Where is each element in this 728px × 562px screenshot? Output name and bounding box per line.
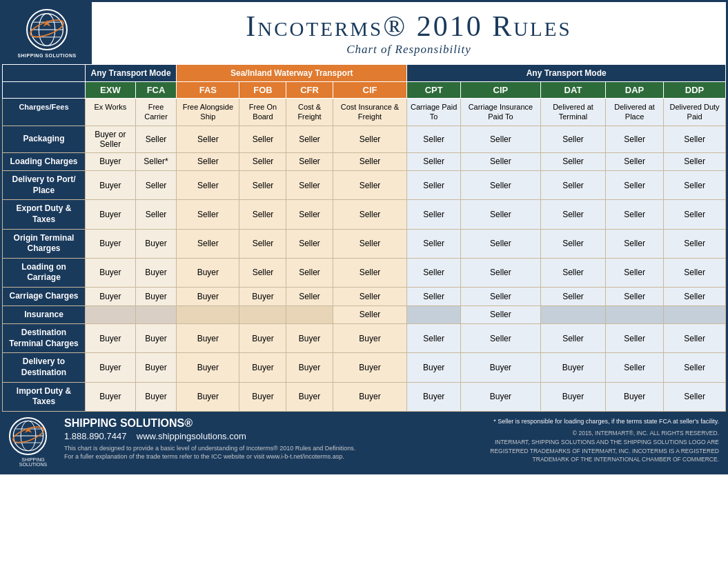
cell-EXW: Buyer: [86, 382, 136, 411]
cell-FAS: Seller: [177, 229, 239, 258]
table-row: Origin Terminal ChargesBuyerBuyerSellerS…: [3, 229, 726, 258]
desc-DDP: Delivered Duty Paid: [664, 99, 726, 126]
logo-circle: [26, 9, 68, 50]
cell-CPT: Seller: [407, 324, 461, 353]
cell-DAT: Buyer: [540, 353, 605, 382]
sub-title: Chart of Responsibility: [346, 43, 471, 57]
group-any1-label-empty: [3, 65, 86, 82]
cell-DDP: Seller: [664, 126, 726, 152]
cell-DAT: Seller: [540, 258, 605, 287]
cell-FOB: Seller: [239, 229, 286, 258]
row-label: Import Duty & Taxes: [3, 382, 86, 411]
footer-right: * Seller is responsible for loading char…: [395, 417, 720, 465]
cell-EXW: Buyer or Seller: [86, 126, 136, 152]
incoterms-table: Any Transport Mode Sea/Inland Waterway T…: [2, 64, 726, 412]
footer-website: www.shippingsolutions.com: [137, 431, 246, 441]
cell-FOB: [239, 305, 286, 324]
cell-CIP: Seller: [460, 305, 540, 324]
cell-CPT: Seller: [407, 258, 461, 287]
cell-DAT: [540, 305, 605, 324]
row-label: Export Duty & Taxes: [3, 200, 86, 229]
group-header-row: Any Transport Mode Sea/Inland Waterway T…: [3, 65, 726, 82]
cell-EXW: [86, 305, 136, 324]
cell-FOB: Buyer: [239, 353, 286, 382]
cell-FCA: Seller*: [135, 152, 177, 171]
header: SHIPPING SOLUTIONS Incoterms® 2010 Rules…: [2, 2, 726, 64]
cell-DDP: Seller: [664, 382, 726, 411]
cell-CFR: Seller: [286, 126, 333, 152]
desc-CIP: Carriage Insurance Paid To: [460, 99, 540, 126]
cell-FAS: [177, 305, 239, 324]
cell-DAP: [606, 305, 664, 324]
cell-CIF: Seller: [333, 200, 407, 229]
cell-EXW: Buyer: [86, 229, 136, 258]
row-label: Carriage Charges: [3, 287, 86, 305]
table-wrapper: Any Transport Mode Sea/Inland Waterway T…: [2, 64, 726, 412]
cell-FCA: Seller: [135, 171, 177, 200]
cell-CIP: Seller: [460, 324, 540, 353]
desc-DAT: Delivered at Terminal: [540, 99, 605, 126]
desc-CPT: Carriage Paid To: [407, 99, 461, 126]
cell-FCA: Buyer: [135, 324, 177, 353]
cell-DAP: Seller: [606, 353, 664, 382]
table-row: Carriage ChargesBuyerBuyerBuyerBuyerSell…: [3, 287, 726, 305]
page-container: SHIPPING SOLUTIONS Incoterms® 2010 Rules…: [0, 0, 728, 474]
code-FCA: FCA: [135, 82, 177, 99]
table-row: Destination Terminal ChargesBuyerBuyerBu…: [3, 324, 726, 353]
group-any1-label: Any Transport Mode: [86, 65, 177, 82]
desc-FAS: Free Alongside Ship: [177, 99, 239, 126]
cell-CIF: Seller: [333, 287, 407, 305]
cell-CIP: Seller: [460, 171, 540, 200]
cell-CIP: Seller: [460, 152, 540, 171]
footer-desc: This chart is designed to provide a basi…: [64, 444, 388, 461]
cell-CIP: Seller: [460, 200, 540, 229]
cell-DDP: Seller: [664, 258, 726, 287]
desc-FOB: Free On Board: [239, 99, 286, 126]
cell-CFR: Buyer: [286, 353, 333, 382]
cell-DDP: Seller: [664, 152, 726, 171]
cell-DDP: Seller: [664, 324, 726, 353]
table-row: Delivery to Port/ PlaceBuyerSellerSeller…: [3, 171, 726, 200]
cell-FCA: Buyer: [135, 229, 177, 258]
cell-EXW: Buyer: [86, 200, 136, 229]
table-row: PackagingBuyer or SellerSellerSellerSell…: [3, 126, 726, 152]
footer: SHIPPING SOLUTIONS SHIPPING SOLUTIONS® 1…: [2, 412, 726, 472]
cell-CFR: [286, 305, 333, 324]
cell-FAS: Buyer: [177, 324, 239, 353]
cell-FCA: Buyer: [135, 287, 177, 305]
footer-seller-note: * Seller is responsible for loading char…: [395, 417, 720, 427]
cell-CIF: Seller: [333, 152, 407, 171]
footer-brand: SHIPPING SOLUTIONS®: [64, 417, 388, 430]
code-DAT: DAT: [540, 82, 605, 99]
logo-text: SHIPPING SOLUTIONS: [17, 53, 76, 58]
inco-code-row: EXW FCA FAS FOB CFR CIF CPT CIP DAT DAP …: [3, 82, 726, 99]
desc-row: Charges/Fees Ex Works Free Carrier Free …: [3, 99, 726, 126]
cell-CFR: Seller: [286, 258, 333, 287]
cell-CIP: Buyer: [460, 382, 540, 411]
cell-CFR: Seller: [286, 171, 333, 200]
cell-FOB: Seller: [239, 126, 286, 152]
cell-CPT: [407, 305, 461, 324]
title-box: Incoterms® 2010 Rules Chart of Responsib…: [92, 2, 726, 64]
cell-CFR: Seller: [286, 200, 333, 229]
cell-CIP: Seller: [460, 258, 540, 287]
code-CIP: CIP: [460, 82, 540, 99]
cell-FAS: Seller: [177, 152, 239, 171]
row-label: Delivery to Destination: [3, 353, 86, 382]
cell-FCA: Seller: [135, 126, 177, 152]
footer-logo: SHIPPING SOLUTIONS: [9, 417, 57, 467]
row-label: Insurance: [3, 305, 86, 324]
table-row: Export Duty & TaxesBuyerSellerSellerSell…: [3, 200, 726, 229]
footer-contact: 1.888.890.7447 www.shippingsolutions.com: [64, 431, 388, 441]
cell-EXW: Buyer: [86, 287, 136, 305]
cell-FAS: Seller: [177, 126, 239, 152]
cell-EXW: Buyer: [86, 324, 136, 353]
cell-FCA: Buyer: [135, 382, 177, 411]
cell-FOB: Buyer: [239, 382, 286, 411]
cell-DAT: Buyer: [540, 382, 605, 411]
cell-CIF: Seller: [333, 171, 407, 200]
table-row: Loading on CarriageBuyerBuyerBuyerSeller…: [3, 258, 726, 287]
cell-CIF: Seller: [333, 258, 407, 287]
cell-FCA: Seller: [135, 200, 177, 229]
cell-CIF: Seller: [333, 305, 407, 324]
